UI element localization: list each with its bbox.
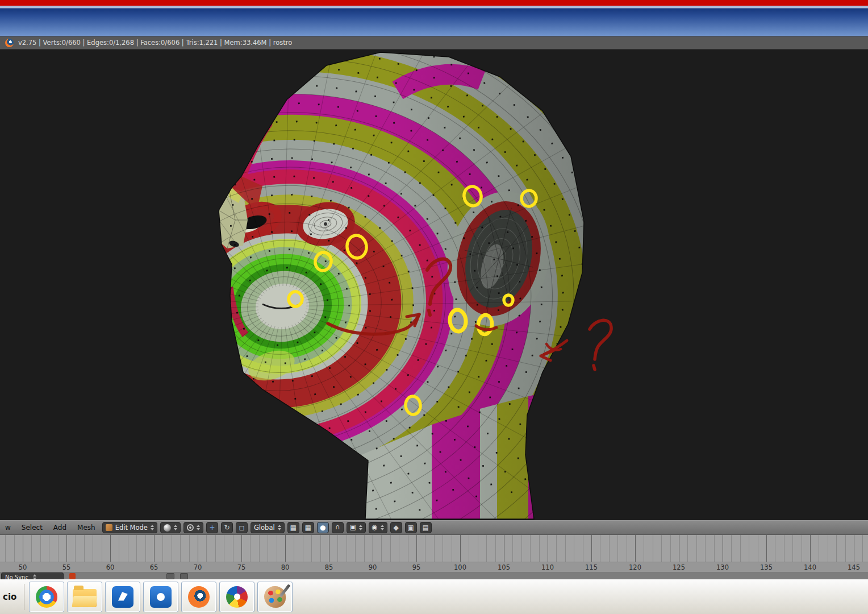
- timeline-tick: [241, 535, 242, 562]
- viewport-canvas[interactable]: [0, 49, 868, 520]
- timeline-tick: [75, 535, 76, 562]
- dropdown-arrows-icon: [174, 525, 177, 530]
- timeline-frame-label: 65: [150, 563, 158, 571]
- timeline-tick: [609, 535, 610, 562]
- timeline-tick: [512, 535, 513, 562]
- window-titlebar[interactable]: [0, 6, 868, 36]
- opensubdiv-toggle[interactable]: ◆: [390, 522, 402, 533]
- timeline-tick: [862, 535, 863, 562]
- manipulator-rotate-button[interactable]: ↻: [221, 522, 233, 533]
- orientation-dropdown[interactable]: Global: [251, 522, 285, 533]
- blender-window: v2.75 | Verts:0/660 | Edges:0/1,268 | Fa…: [0, 0, 868, 614]
- timeline-tick: [390, 535, 391, 562]
- taskbar-button-chrome[interactable]: [29, 582, 64, 612]
- lock-toggle[interactable]: ●: [317, 522, 329, 533]
- blender-info-header[interactable]: v2.75 | Verts:0/660 | Edges:0/1,268 | Fa…: [0, 36, 868, 49]
- start-button[interactable]: cio: [2, 592, 21, 602]
- taskbar-button-blender[interactable]: [181, 582, 216, 612]
- snap-magnet-button[interactable]: ∪: [332, 522, 344, 533]
- layer-toggle-1[interactable]: ▦: [287, 522, 299, 533]
- 3d-viewport[interactable]: [0, 49, 868, 520]
- timeline-tick: [644, 535, 644, 562]
- file-explorer-icon: [73, 589, 97, 607]
- circle-glyph-icon: ◉: [372, 524, 378, 531]
- timeline-tick: [434, 535, 435, 562]
- render-opengl-button[interactable]: ▣: [405, 522, 417, 533]
- timeline-tick: [548, 535, 548, 562]
- timeline-tick: [259, 535, 260, 562]
- timeline-tick: [504, 535, 504, 562]
- manipulator-translate-button[interactable]: +: [206, 522, 218, 533]
- timeline-frame-label: 60: [106, 563, 115, 571]
- timeline-tick: [600, 535, 600, 562]
- layer-toggle-2[interactable]: ▦: [302, 522, 314, 533]
- viewport-header: wSelectAddMeshEdit Mode+↻◻Global▦▦●∪▣◉◆▣…: [0, 520, 868, 535]
- taskbar-button-app-blue-flag[interactable]: [105, 582, 140, 612]
- timeline-subheader: No Sync: [0, 572, 868, 579]
- proportional-edit-dropdown[interactable]: ◉: [369, 522, 387, 533]
- timeline-tick: [486, 535, 487, 562]
- render-opengl-anim-button[interactable]: ▤: [420, 522, 432, 533]
- taskbar-button-app-blue-dot[interactable]: [143, 582, 178, 612]
- timeline-tick: [775, 535, 775, 562]
- mode-dropdown[interactable]: Edit Mode: [102, 522, 157, 533]
- timeline-tick: [145, 535, 146, 562]
- timeline-tick: [58, 535, 59, 562]
- timeline-tick: [635, 535, 636, 562]
- timeline-tick: [591, 535, 592, 562]
- viewport-shading-dropdown[interactable]: [160, 522, 181, 533]
- timeline-tick: [661, 535, 662, 562]
- timeline-tick: [373, 535, 373, 562]
- chrome-icon: [36, 586, 57, 608]
- timeline-frame-label: 100: [454, 563, 466, 571]
- app-blue-dot-icon: [150, 586, 172, 608]
- timeline-tick: [23, 535, 23, 562]
- timeline-tick: [802, 535, 802, 562]
- manipulator-scale-button[interactable]: ◻: [236, 522, 248, 533]
- timeline-tick: [355, 535, 356, 562]
- timeline-tick: [285, 535, 286, 562]
- timeline-tick: [679, 535, 679, 562]
- timeline-tick: [250, 535, 251, 562]
- timeline-tick: [556, 535, 557, 562]
- timeline-tick: [162, 535, 163, 562]
- sync-dropdown[interactable]: No Sync: [1, 572, 64, 579]
- timeline-tick: [399, 535, 399, 562]
- timeline-tick: [583, 535, 583, 562]
- timeline-tick: [792, 535, 793, 562]
- timeline-tick: [84, 535, 85, 562]
- dropdown-arrows-icon: [151, 525, 154, 530]
- timeline-tick: [93, 535, 93, 562]
- timeline-tick: [320, 535, 321, 562]
- timeline-tick: [198, 535, 198, 562]
- timeline-tick: [66, 535, 67, 562]
- red-annotation-stroke: [594, 366, 595, 370]
- record-icon[interactable]: [69, 573, 76, 579]
- timeline-frame-label: 85: [325, 563, 333, 571]
- timeline-tick: [416, 535, 417, 562]
- timeline-tick: [670, 535, 671, 562]
- subbar-button-2[interactable]: [180, 573, 188, 579]
- menu-view-partial[interactable]: w: [1, 524, 15, 532]
- timeline-ruler[interactable]: 5055606570758085909510010511011512012513…: [0, 535, 868, 572]
- menu-mesh[interactable]: Mesh: [73, 524, 99, 532]
- viewport-shading-gradient: [0, 49, 868, 520]
- timeline-tick: [574, 535, 574, 562]
- timeline-frame-label: 70: [194, 563, 202, 571]
- menu-select[interactable]: Select: [18, 524, 47, 532]
- snap-element-dropdown[interactable]: ▣: [347, 522, 366, 533]
- menu-add[interactable]: Add: [49, 524, 70, 532]
- timeline-tick: [731, 535, 732, 562]
- timeline-frame-label: 80: [281, 563, 290, 571]
- taskbar-button-picasa[interactable]: [219, 582, 254, 612]
- timeline-tick: [268, 535, 268, 562]
- timeline-frame-label: 55: [62, 563, 71, 571]
- taskbar-button-file-explorer[interactable]: [67, 582, 102, 612]
- timeline-tick: [810, 535, 811, 562]
- timeline-frame-label: 90: [369, 563, 377, 571]
- pivot-point-dropdown[interactable]: [183, 522, 203, 533]
- taskbar-button-paint[interactable]: [257, 582, 293, 612]
- subbar-button-1[interactable]: [166, 573, 174, 579]
- timeline-tick: [215, 535, 216, 562]
- timeline-tick: [723, 535, 723, 562]
